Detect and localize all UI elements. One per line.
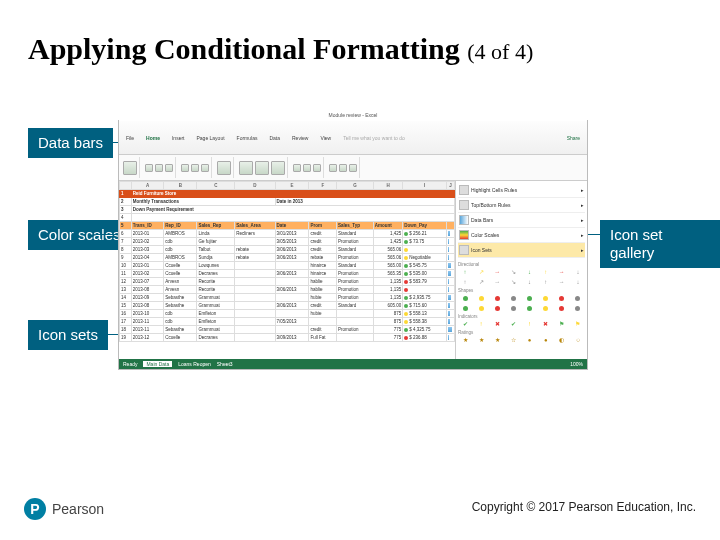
table-row[interactable]: 62013-01AMBROSLindaRecliners3/01/2013cre… — [120, 230, 455, 238]
col-header[interactable]: J — [446, 182, 454, 190]
gallery-item[interactable]: ↘ — [506, 278, 520, 286]
table-row[interactable]: 102013-01CcuelleLowquneshinairceStandard… — [120, 262, 455, 270]
table-row[interactable]: 92013-04AMBROSSundjarebate3/06/2013rebat… — [120, 254, 455, 262]
number-format-icon[interactable] — [217, 161, 231, 175]
gallery-item[interactable]: ↑ — [458, 278, 472, 286]
col-header[interactable]: G — [337, 182, 374, 190]
tab-insert[interactable]: Insert — [169, 134, 188, 142]
gallery-item[interactable]: ↓ — [523, 268, 537, 276]
gallery-item[interactable] — [490, 294, 504, 302]
gallery-item[interactable] — [571, 294, 585, 302]
gallery-item[interactable]: → — [555, 278, 569, 286]
gallery-item[interactable]: ↓ — [523, 278, 537, 286]
sort-filter-icon[interactable] — [339, 164, 347, 172]
col-header[interactable]: C — [197, 182, 235, 190]
gallery-item[interactable]: ★ — [474, 336, 488, 344]
gallery-item[interactable] — [458, 304, 472, 312]
col-header[interactable]: I — [403, 182, 446, 190]
cell-styles-icon[interactable] — [271, 161, 285, 175]
gallery-item[interactable] — [474, 304, 488, 312]
gallery-item[interactable]: ☆ — [506, 336, 520, 344]
gallery-item[interactable] — [490, 304, 504, 312]
gallery-item[interactable] — [555, 304, 569, 312]
autosum-icon[interactable] — [329, 164, 337, 172]
table-row[interactable]: 122013-07ArvesnRecoritehabliePromotion1,… — [120, 278, 455, 286]
tab-page-layout[interactable]: Page Layout — [193, 134, 227, 142]
sheet-tab[interactable]: Main Data — [143, 361, 172, 367]
sheet-tab[interactable]: Loans Reopen — [178, 361, 211, 367]
gallery-item[interactable]: ★ — [490, 336, 504, 344]
align-icon[interactable] — [181, 164, 189, 172]
col-header[interactable]: B — [164, 182, 197, 190]
tab-home[interactable]: Home — [143, 134, 163, 142]
table-row[interactable]: 152013-08SebastheGrammuat3/06/2013credit… — [120, 302, 455, 310]
gallery-item[interactable]: ! — [523, 320, 537, 328]
delete-icon[interactable] — [303, 164, 311, 172]
underline-icon[interactable] — [165, 164, 173, 172]
italic-icon[interactable] — [155, 164, 163, 172]
gallery-item[interactable] — [571, 304, 585, 312]
tab-formulas[interactable]: Formulas — [234, 134, 261, 142]
tab-review[interactable]: Review — [289, 134, 311, 142]
gallery-item[interactable]: ⚑ — [555, 320, 569, 328]
gallery-item[interactable]: → — [490, 278, 504, 286]
menu-icon-sets[interactable]: Icon Sets▸ — [458, 243, 585, 258]
insert-icon[interactable] — [293, 164, 301, 172]
col-header[interactable]: A — [131, 182, 163, 190]
tab-view[interactable]: View — [317, 134, 334, 142]
table-row[interactable]: 182013-11SebastheGrammuatcreditPromotion… — [120, 326, 455, 334]
gallery-item[interactable]: ↗ — [474, 278, 488, 286]
align-icon[interactable] — [191, 164, 199, 172]
table-row[interactable]: 142013-09SebastheGrammuathubiePromotion1… — [120, 294, 455, 302]
gallery-item[interactable]: ↗ — [474, 268, 488, 276]
gallery-item[interactable]: ○ — [571, 336, 585, 344]
tab-tellme[interactable]: Tell me what you want to do — [340, 134, 408, 142]
table-row[interactable]: 162013-10cdbEmfletonhubie875$ 558.13 — [120, 310, 455, 318]
gallery-item[interactable] — [506, 304, 520, 312]
col-header[interactable]: F — [309, 182, 337, 190]
tab-file[interactable]: File — [123, 134, 137, 142]
gallery-item[interactable]: ! — [474, 320, 488, 328]
menu-data-bars[interactable]: Data Bars▸ — [458, 213, 585, 228]
find-icon[interactable] — [349, 164, 357, 172]
gallery-item[interactable]: ↘ — [506, 268, 520, 276]
col-header[interactable]: E — [275, 182, 309, 190]
gallery-item[interactable] — [523, 304, 537, 312]
conditional-formatting-icon[interactable] — [239, 161, 253, 175]
gallery-item[interactable]: ✖ — [539, 320, 553, 328]
gallery-item[interactable]: ↓ — [571, 268, 585, 276]
gallery-item[interactable]: ● — [523, 336, 537, 344]
format-icon[interactable] — [313, 164, 321, 172]
table-row[interactable]: 132013-08ArvesnRecorite3/06/2013habliePr… — [120, 286, 455, 294]
gallery-item[interactable] — [539, 304, 553, 312]
gallery-item[interactable] — [474, 294, 488, 302]
col-header[interactable]: H — [373, 182, 402, 190]
align-icon[interactable] — [201, 164, 209, 172]
gallery-item[interactable] — [506, 294, 520, 302]
gallery-item[interactable] — [539, 294, 553, 302]
menu-highlight-rules[interactable]: Highlight Cells Rules▸ — [458, 183, 585, 198]
gallery-item[interactable]: → — [490, 268, 504, 276]
table-row[interactable]: 72013-02cdbGe fujiter3/05/2013creditProm… — [120, 238, 455, 246]
col-header[interactable] — [120, 182, 132, 190]
gallery-item[interactable]: ◐ — [555, 336, 569, 344]
menu-color-scales[interactable]: Color Scales▸ — [458, 228, 585, 243]
gallery-item[interactable]: ↓ — [571, 278, 585, 286]
gallery-item[interactable]: ↑ — [458, 268, 472, 276]
menu-top-bottom[interactable]: Top/Bottom Rules▸ — [458, 198, 585, 213]
gallery-item[interactable]: ↑ — [539, 278, 553, 286]
gallery-item[interactable]: → — [555, 268, 569, 276]
tab-data[interactable]: Data — [266, 134, 283, 142]
sheet-tab[interactable]: Sheet3 — [217, 361, 233, 367]
gallery-item[interactable] — [523, 294, 537, 302]
gallery-item[interactable]: ✔ — [506, 320, 520, 328]
zoom-level[interactable]: 100% — [570, 361, 583, 367]
table-row[interactable]: 82013-03cdbTalbotrebate3/06/2013creditSt… — [120, 246, 455, 254]
spreadsheet-grid[interactable]: A B C D E F G H I J 1Reid Furniture Stor… — [119, 181, 455, 369]
gallery-item[interactable]: ⚑ — [571, 320, 585, 328]
share-button[interactable]: Share — [564, 134, 583, 142]
gallery-item[interactable]: ✔ — [458, 320, 472, 328]
bold-icon[interactable] — [145, 164, 153, 172]
gallery-item[interactable]: ✖ — [490, 320, 504, 328]
gallery-item[interactable]: ★ — [458, 336, 472, 344]
